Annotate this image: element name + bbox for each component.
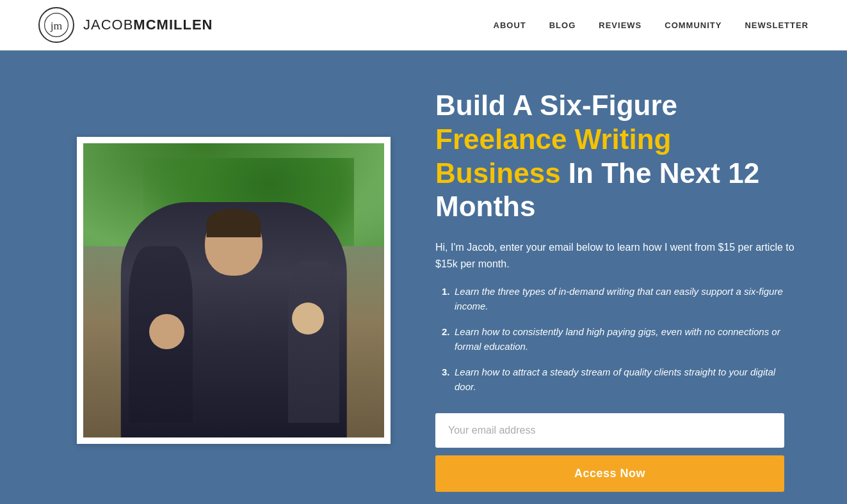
benefit-item-2: Learn how to consistently land high payi… [442, 325, 796, 354]
main-nav: ABOUT BLOG REVIEWS COMMUNITY NEWSLETTER [494, 20, 809, 30]
nav-blog[interactable]: BLOG [549, 20, 576, 30]
benefit-item-3: Learn how to attract a steady stream of … [442, 365, 796, 394]
benefit-item-1: Learn the three types of in-demand writi… [442, 285, 796, 313]
main-content: Build A Six-Figure Freelance Writing Bus… [0, 51, 847, 504]
logo-icon: jm [44, 12, 69, 38]
benefits-list: Learn the three types of in-demand writi… [435, 285, 796, 394]
nav-about[interactable]: ABOUT [494, 20, 526, 30]
logo-area: jm JACOBMCMILLEN [38, 7, 213, 43]
hero-headline: Build A Six-Figure Freelance Writing Bus… [435, 89, 796, 224]
nav-newsletter[interactable]: NEWSLETTER [745, 20, 809, 30]
email-form: Access Now [435, 413, 784, 492]
hero-photo [83, 143, 384, 437]
nav-community[interactable]: COMMUNITY [665, 20, 722, 30]
site-title: JACOBMCMILLEN [83, 17, 213, 33]
logo-circle: jm [38, 7, 74, 43]
hero-text: Build A Six-Figure Freelance Writing Bus… [435, 89, 796, 492]
hero-subtext: Hi, I'm Jacob, enter your email below to… [435, 239, 796, 272]
access-now-button[interactable]: Access Now [435, 455, 784, 492]
svg-text:jm: jm [50, 19, 63, 32]
nav-reviews[interactable]: REVIEWS [599, 20, 641, 30]
site-header: jm JACOBMCMILLEN ABOUT BLOG REVIEWS COMM… [0, 0, 847, 51]
email-input[interactable] [435, 413, 784, 448]
hero-photo-frame [77, 137, 391, 444]
